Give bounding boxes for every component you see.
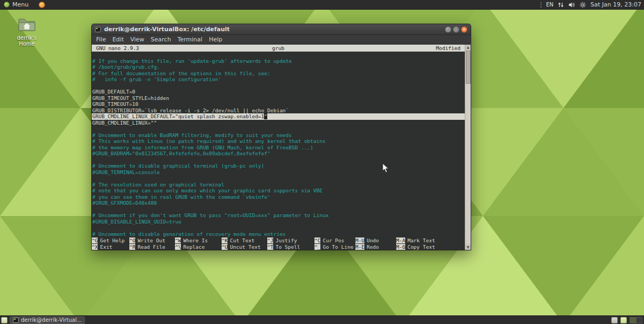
workspace-2[interactable] bbox=[636, 318, 642, 323]
editor-line: # For full documentation of the options … bbox=[92, 70, 465, 77]
workspace-1[interactable] bbox=[630, 318, 636, 323]
shortcut-key: ^C bbox=[314, 237, 320, 243]
shortcut-label: Write Out bbox=[137, 237, 165, 243]
shortcut-row: ^GGet Help^OWrite Out^WWhere Is^KCut Tex… bbox=[92, 237, 465, 244]
shortcut-label: Read File bbox=[137, 244, 165, 250]
menu-search[interactable]: Search bbox=[148, 36, 174, 43]
editor-line: #GRUB_TERMINAL=console bbox=[92, 169, 465, 176]
shortcut-label: Cut Text bbox=[230, 237, 254, 243]
keyboard-switch-arrows-icon[interactable] bbox=[558, 2, 564, 8]
shortcut-key: ^T bbox=[267, 244, 273, 250]
editor-line bbox=[92, 175, 465, 182]
home-folder-icon bbox=[16, 16, 38, 32]
panel-right: EN Sat Jan 19, 23:07 bbox=[540, 0, 644, 9]
maximize-button[interactable]: □ bbox=[453, 26, 459, 33]
scrollbar-thumb[interactable] bbox=[466, 51, 471, 84]
editor-line: # If you change this file, run 'update-g… bbox=[92, 58, 465, 64]
shortcut-label: Undo bbox=[367, 237, 379, 243]
shortcut-key: M-E bbox=[355, 244, 364, 250]
nano-titlebar: GNU nano 2.9.3 grub Modified bbox=[92, 45, 465, 52]
shortcut-label: Where Is bbox=[183, 237, 208, 243]
editor-line bbox=[92, 126, 465, 132]
editor-line: #GRUB_GFXMODE=640x480 bbox=[92, 200, 465, 206]
editor-line: GRUB_TIMEOUT=10 bbox=[92, 101, 465, 107]
shortcut-M-6: M-6Copy Text bbox=[396, 244, 465, 250]
editor-line: #GRUB_BADRAM="0x01234567,0xfefefefe,0x89… bbox=[92, 150, 465, 157]
editor-line bbox=[92, 157, 465, 163]
text-cursor: " bbox=[264, 113, 267, 119]
editor-line: GRUB_DISTRIBUTOR=`lsb_release -i -s 2> /… bbox=[92, 107, 465, 114]
shortcut-label: Mark Text bbox=[407, 237, 435, 243]
shortcut-^K: ^KCut Text bbox=[222, 237, 267, 244]
shortcut-key: ^U bbox=[222, 244, 228, 250]
editor-line: # Uncomment to enable BadRAM filtering, … bbox=[92, 132, 465, 139]
applet-drag-handle bbox=[540, 2, 542, 8]
shortcut-^\: ^\Replace bbox=[175, 244, 222, 250]
volume-icon[interactable] bbox=[568, 2, 575, 8]
terminal-task-icon bbox=[13, 318, 19, 323]
editor-line bbox=[92, 206, 465, 213]
workspace-switcher[interactable] bbox=[630, 317, 642, 323]
taskbar-window-button[interactable]: derrik@derrik-Virtual... bbox=[10, 316, 85, 324]
menu-help[interactable]: Help bbox=[206, 36, 225, 43]
terminal-viewport: GNU nano 2.9.3 grub Modified # If you ch… bbox=[92, 45, 471, 250]
shortcut-key: M-A bbox=[396, 237, 405, 243]
user-launcher-icon[interactable] bbox=[39, 2, 45, 8]
menu-file[interactable]: File bbox=[93, 36, 109, 43]
home-folder-desktop-icon[interactable]: derrik's Home bbox=[10, 16, 44, 47]
distro-logo-icon bbox=[4, 2, 10, 8]
terminal-scrollbar[interactable]: ▲ ▼ bbox=[465, 45, 471, 250]
tray-notes-icon[interactable] bbox=[620, 317, 627, 323]
editor-line bbox=[92, 83, 465, 89]
nano-modified-status: Modified bbox=[341, 45, 465, 52]
editor-line: # Uncomment if you don't want GRUB to pa… bbox=[92, 212, 465, 219]
clock[interactable]: Sat Jan 19, 23:07 bbox=[590, 1, 641, 8]
highlighted-line-text: GRUB_CMDLINE_LINUX_DEFAULT="quiet splash… bbox=[92, 113, 264, 119]
editor-line: #GRUB_DISABLE_LINUX_UUID=true bbox=[92, 219, 465, 225]
editor-line: GRUB_DEFAULT=0 bbox=[92, 89, 465, 95]
terminal-menubar: FileEditViewSearchTerminalHelp bbox=[92, 35, 471, 45]
window-buttons: – □ × bbox=[445, 26, 467, 33]
shortcut-^R: ^RRead File bbox=[129, 244, 175, 250]
tray-window-icon[interactable] bbox=[611, 317, 618, 323]
menu-button[interactable]: Menu bbox=[0, 0, 32, 9]
show-desktop-button[interactable] bbox=[1, 317, 8, 323]
menu-label: Menu bbox=[12, 1, 28, 8]
menu-edit[interactable]: Edit bbox=[109, 36, 127, 43]
shortcut-M-U: M-UUndo bbox=[355, 237, 396, 244]
taskbar-right bbox=[611, 316, 644, 324]
close-button[interactable]: × bbox=[461, 26, 467, 33]
shortcut-key: M-6 bbox=[396, 244, 405, 250]
shortcut-label: Uncut Text bbox=[230, 244, 260, 250]
mouse-cursor bbox=[382, 163, 390, 174]
shortcut-key: ^R bbox=[129, 244, 135, 250]
shortcut-^W: ^WWhere Is bbox=[175, 237, 222, 244]
editor-line: GRUB_CMDLINE_LINUX="" bbox=[92, 120, 465, 126]
editor-line: GRUB_TIMEOUT_STYLE=hidden bbox=[92, 95, 465, 102]
scroll-up-button[interactable]: ▲ bbox=[465, 45, 471, 50]
shortcut-^_: ^_Go To Line bbox=[314, 244, 355, 250]
editor-line: # /boot/grub/grub.cfg. bbox=[92, 64, 465, 70]
minimize-button[interactable]: – bbox=[445, 26, 451, 33]
settings-gear-icon[interactable] bbox=[580, 2, 586, 8]
editor-line: GRUB_CMDLINE_LINUX_DEFAULT="quiet splash… bbox=[92, 113, 465, 120]
window-title: derrik@derrik-VirtualBox: /etc/default bbox=[104, 26, 230, 33]
editor-line: # This works with Linux (no patch requir… bbox=[92, 138, 465, 145]
shortcut-^T: ^TTo Spell bbox=[267, 244, 314, 250]
scroll-down-button[interactable]: ▼ bbox=[465, 244, 471, 250]
shortcut-key: ^\ bbox=[175, 244, 181, 250]
editor-line: # The resolution used on graphical termi… bbox=[92, 182, 465, 188]
bottom-panel: derrik@derrik-Virtual... bbox=[0, 315, 644, 324]
shortcut-label: Redo bbox=[367, 244, 379, 250]
menu-view[interactable]: View bbox=[127, 36, 148, 43]
window-titlebar[interactable]: derrik@derrik-VirtualBox: /etc/default –… bbox=[92, 24, 471, 35]
editor-text[interactable]: # If you change this file, run 'update-g… bbox=[92, 52, 465, 237]
menu-terminal[interactable]: Terminal bbox=[174, 36, 206, 43]
shortcut-^J: ^JJustify bbox=[267, 237, 314, 244]
editor-line: # Uncomment to disable graphical termina… bbox=[92, 163, 465, 169]
shortcut-label: Copy Text bbox=[407, 244, 435, 250]
nano-editor[interactable]: GNU nano 2.9.3 grub Modified # If you ch… bbox=[92, 45, 465, 250]
shortcut-label: Cur Pos bbox=[323, 237, 344, 243]
keyboard-layout-indicator[interactable]: EN bbox=[546, 2, 554, 8]
shortcut-^C: ^CCur Pos bbox=[314, 237, 355, 244]
